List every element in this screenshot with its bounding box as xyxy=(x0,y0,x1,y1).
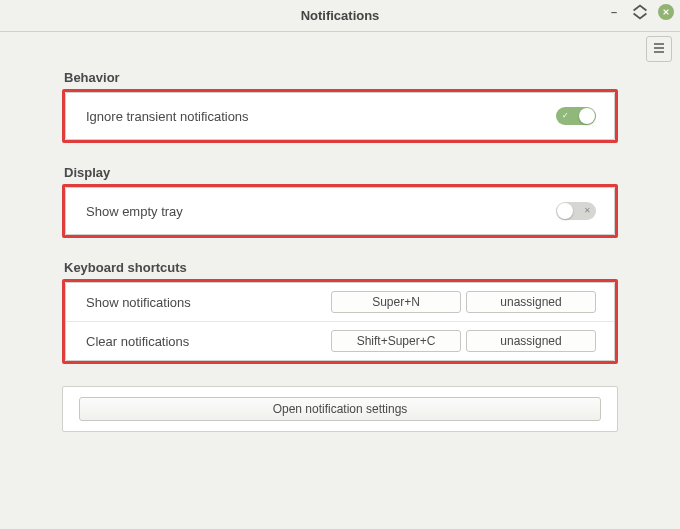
check-icon: ✓ xyxy=(562,112,569,120)
menu-button[interactable] xyxy=(646,36,672,62)
toggle-knob xyxy=(579,108,595,124)
shortcut-row-show: Show notifications Super+N unassigned xyxy=(66,283,614,321)
open-notification-settings-button[interactable]: Open notification settings xyxy=(79,397,601,421)
shortcut-box-clear-1[interactable]: Shift+Super+C xyxy=(331,330,461,352)
section-heading-behavior: Behavior xyxy=(62,70,618,85)
row-ignore-transient: Ignore transient notifications ✓ xyxy=(66,93,614,139)
open-settings-panel: Open notification settings xyxy=(62,386,618,432)
behavior-panel: Ignore transient notifications ✓ xyxy=(65,92,615,140)
keyboard-highlight: Show notifications Super+N unassigned Cl… xyxy=(62,279,618,364)
row-show-empty-tray: Show empty tray ✕ xyxy=(66,188,614,234)
x-icon: ✕ xyxy=(584,207,591,215)
toolbar xyxy=(0,32,680,70)
shortcut-label-clear: Clear notifications xyxy=(86,334,331,349)
section-heading-keyboard: Keyboard shortcuts xyxy=(62,260,618,275)
behavior-highlight: Ignore transient notifications ✓ xyxy=(62,89,618,143)
menu-icon xyxy=(653,42,665,57)
content-area: Behavior Ignore transient notifications … xyxy=(0,70,680,432)
label-show-empty-tray: Show empty tray xyxy=(86,204,183,219)
window-titlebar: Notifications – xyxy=(0,0,680,32)
label-ignore-transient: Ignore transient notifications xyxy=(86,109,249,124)
keyboard-panel: Show notifications Super+N unassigned Cl… xyxy=(65,282,615,361)
shortcut-row-clear: Clear notifications Shift+Super+C unassi… xyxy=(66,321,614,360)
window-title: Notifications xyxy=(301,8,380,23)
toggle-show-empty-tray[interactable]: ✕ xyxy=(556,202,596,220)
display-highlight: Show empty tray ✕ xyxy=(62,184,618,238)
minimize-button[interactable]: – xyxy=(606,4,622,20)
window-controls: – xyxy=(606,4,674,20)
open-settings-wrapper: Open notification settings xyxy=(62,386,618,432)
display-panel: Show empty tray ✕ xyxy=(65,187,615,235)
maximize-button[interactable] xyxy=(632,4,648,20)
section-heading-display: Display xyxy=(62,165,618,180)
toggle-knob xyxy=(557,203,573,219)
shortcut-box-clear-2[interactable]: unassigned xyxy=(466,330,596,352)
toggle-ignore-transient[interactable]: ✓ xyxy=(556,107,596,125)
shortcut-box-show-2[interactable]: unassigned xyxy=(466,291,596,313)
shortcut-box-show-1[interactable]: Super+N xyxy=(331,291,461,313)
shortcut-label-show: Show notifications xyxy=(86,295,331,310)
close-button[interactable] xyxy=(658,4,674,20)
